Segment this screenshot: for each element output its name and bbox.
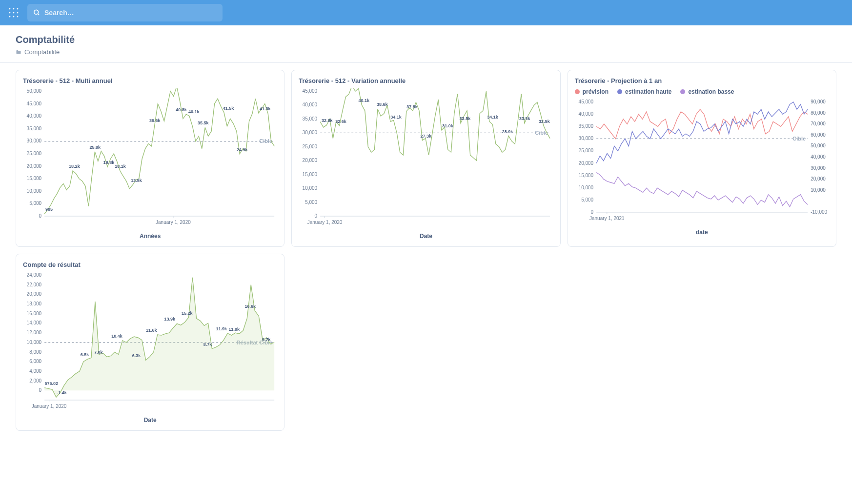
svg-text:18.1k: 18.1k: [115, 164, 126, 169]
svg-text:6.3k: 6.3k: [132, 353, 142, 358]
svg-text:28.9k: 28.9k: [502, 129, 514, 134]
search-icon: [33, 9, 41, 17]
svg-text:5,000: 5,000: [29, 201, 41, 206]
svg-text:40,000: 40,000: [811, 154, 826, 160]
svg-text:40.1k: 40.1k: [188, 109, 200, 114]
svg-point-1: [13, 8, 15, 10]
legend-dot-icon: [680, 89, 685, 94]
chart: 05,00010,00015,00020,00025,00030,00035,0…: [23, 88, 277, 230]
svg-text:10,000: 10,000: [27, 340, 42, 345]
legend-dot-icon: [575, 89, 580, 94]
svg-text:0: 0: [39, 387, 42, 393]
svg-point-5: [17, 12, 19, 14]
svg-text:19.8k: 19.8k: [103, 160, 115, 165]
svg-text:0: 0: [590, 209, 593, 215]
card-treso-multi[interactable]: Trésorerie - 512 - Multi annuel 05,00010…: [16, 70, 284, 247]
svg-text:24,000: 24,000: [27, 272, 42, 278]
svg-point-2: [17, 8, 19, 10]
svg-text:33.5k: 33.5k: [519, 116, 531, 121]
svg-text:8.7k: 8.7k: [203, 342, 213, 347]
svg-text:35,000: 35,000: [27, 126, 42, 131]
svg-text:Cible: Cible: [792, 136, 806, 141]
svg-text:13.9k: 13.9k: [164, 317, 176, 322]
svg-text:10,000: 10,000: [27, 188, 42, 194]
svg-text:36.6k: 36.6k: [149, 118, 161, 123]
svg-text:10.4k: 10.4k: [111, 334, 123, 339]
svg-text:41.3k: 41.3k: [260, 106, 271, 111]
svg-text:10,000: 10,000: [578, 185, 593, 190]
chart: 05,00010,00015,00020,00025,00030,00035,0…: [299, 88, 553, 230]
folder-icon: [16, 49, 21, 55]
page-title: Comptabilité: [16, 34, 836, 45]
legend-item[interactable]: estimation haute: [617, 88, 671, 95]
svg-text:37.8k: 37.8k: [407, 104, 419, 109]
svg-text:0: 0: [315, 213, 318, 219]
svg-text:16.6k: 16.6k: [244, 304, 256, 309]
svg-text:24.9k: 24.9k: [237, 147, 248, 152]
svg-text:16,000: 16,000: [27, 311, 42, 316]
svg-text:32.8k: 32.8k: [322, 118, 333, 123]
svg-text:575.02: 575.02: [45, 381, 59, 386]
svg-text:2,000: 2,000: [29, 378, 41, 383]
card-compte-resultat[interactable]: Compte de résultat 02,0004,0006,0008,000…: [16, 254, 284, 431]
svg-text:15,000: 15,000: [303, 172, 318, 177]
svg-text:31.0k: 31.0k: [443, 123, 454, 128]
svg-text:4,000: 4,000: [29, 368, 41, 374]
svg-text:50,000: 50,000: [27, 88, 42, 94]
svg-text:20,000: 20,000: [27, 163, 42, 169]
svg-text:10,000: 10,000: [303, 185, 318, 191]
svg-text:80,000: 80,000: [811, 110, 826, 116]
search-box[interactable]: [27, 4, 223, 21]
legend-item[interactable]: prévision: [575, 88, 609, 95]
svg-text:January 1, 2020: January 1, 2020: [32, 403, 67, 409]
svg-text:-10,000: -10,000: [811, 209, 827, 215]
svg-text:35,000: 35,000: [578, 123, 593, 129]
logo[interactable]: [6, 5, 21, 20]
legend-label: estimation haute: [625, 88, 671, 95]
svg-point-4: [13, 12, 15, 14]
card-treso-projection[interactable]: Trésorerie - Projection à 1 an prévision…: [568, 70, 836, 247]
svg-text:35.5k: 35.5k: [198, 121, 209, 125]
legend-label: prévision: [583, 88, 609, 95]
svg-line-10: [38, 14, 39, 15]
chart: 05,00010,00015,00020,00025,00030,00035,0…: [575, 99, 829, 226]
svg-text:985: 985: [45, 207, 53, 212]
svg-text:6.5k: 6.5k: [81, 352, 90, 357]
svg-text:15.2k: 15.2k: [182, 311, 193, 316]
svg-text:41.5k: 41.5k: [223, 106, 235, 111]
card-title: Compte de résultat: [23, 261, 277, 268]
svg-text:6,000: 6,000: [29, 359, 41, 364]
svg-text:Cible: Cible: [259, 138, 272, 144]
svg-text:25.8k: 25.8k: [90, 145, 101, 150]
svg-text:7.0k: 7.0k: [94, 350, 103, 355]
svg-text:20,000: 20,000: [811, 176, 826, 181]
breadcrumb[interactable]: Comptabilité: [16, 48, 836, 56]
svg-text:45,000: 45,000: [578, 99, 593, 104]
svg-text:45,000: 45,000: [27, 101, 42, 106]
legend-item[interactable]: estination basse: [680, 88, 734, 95]
svg-text:35,000: 35,000: [303, 116, 318, 121]
svg-text:45,000: 45,000: [303, 88, 318, 94]
svg-text:60,000: 60,000: [811, 132, 826, 138]
svg-text:-1.4k: -1.4k: [57, 390, 67, 395]
svg-point-3: [9, 12, 11, 14]
svg-point-9: [34, 10, 39, 14]
svg-text:70,000: 70,000: [811, 121, 826, 126]
legend-label: estination basse: [688, 88, 734, 95]
search-input[interactable]: [44, 9, 217, 17]
svg-text:30,000: 30,000: [811, 165, 826, 171]
svg-text:50,000: 50,000: [811, 143, 826, 148]
svg-text:11.8k: 11.8k: [228, 327, 240, 332]
svg-text:9.7k: 9.7k: [262, 337, 271, 342]
svg-text:18.2k: 18.2k: [69, 164, 81, 169]
svg-text:20,000: 20,000: [27, 291, 42, 297]
app-logo-icon: [8, 7, 20, 19]
svg-text:30,000: 30,000: [578, 136, 593, 141]
svg-text:30,000: 30,000: [27, 138, 42, 143]
svg-text:32.6k: 32.6k: [336, 119, 347, 124]
svg-text:January 1, 2020: January 1, 2020: [307, 220, 343, 225]
svg-text:32.5k: 32.5k: [539, 119, 550, 124]
card-treso-variation[interactable]: Trésorerie - 512 - Variation annuelle 05…: [291, 70, 560, 247]
svg-point-6: [9, 16, 11, 18]
svg-text:8,000: 8,000: [29, 349, 41, 355]
